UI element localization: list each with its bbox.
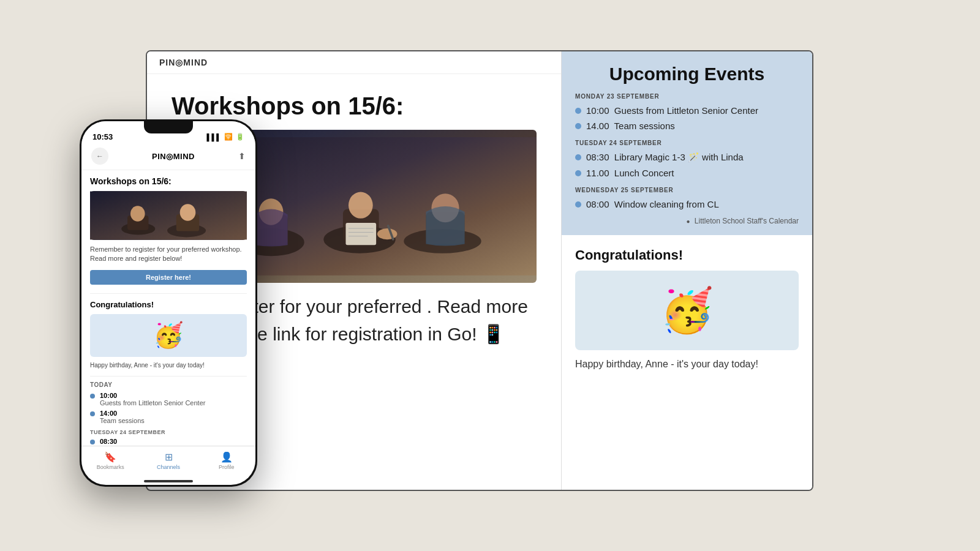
tab-bookmarks-label: Bookmarks xyxy=(97,464,124,470)
event-item: 08:30 Library Magic 1-3 🪄 with Linda xyxy=(575,149,799,165)
congrats-title: Congratulations! xyxy=(575,247,799,263)
event-item: 08:00 Window cleaning from CL xyxy=(575,197,799,212)
congrats-text: Happy birthday, Anne - it's your day tod… xyxy=(575,359,799,370)
today-label: TODAY xyxy=(90,381,247,388)
phone-screen: 10:53 ▌▌▌ 🛜 🔋 ← PIN◎MIND ⬆ Workshops on … xyxy=(81,121,255,485)
events-panel: Upcoming Events MONDAY 23 SEPTEMBER 10:0… xyxy=(562,51,812,235)
svg-point-22 xyxy=(180,204,196,221)
tab-profile[interactable]: 👤 Profile xyxy=(197,451,255,470)
phone-status-icons: ▌▌▌ 🛜 🔋 xyxy=(207,133,244,141)
event-item: 10:00 Guests from Littleton Senior Cente… xyxy=(575,103,799,118)
workshop-title: Workshops on 15/6: xyxy=(172,92,537,120)
event-dot xyxy=(575,123,581,129)
event-text: 14.00 Team sessions xyxy=(586,121,675,131)
day-header-wednesday: WEDNESDAY 25 SEPTEMBER xyxy=(575,187,799,193)
phone-congrats-section: Congratulations! 🥳 Happy birthday, Anne … xyxy=(90,293,247,369)
phone-nav: ← PIN◎MIND ⬆ xyxy=(81,145,255,170)
events-title: Upcoming Events xyxy=(575,64,799,84)
congrats-panel: Congratulations! 🥳 Happy birthday, Anne … xyxy=(562,235,812,490)
svg-point-19 xyxy=(130,206,145,222)
home-indicator xyxy=(144,480,193,482)
event-dot xyxy=(575,201,581,208)
screen-right: Upcoming Events MONDAY 23 SEPTEMBER 10:0… xyxy=(561,51,812,490)
tab-channels[interactable]: ⊞ Channels xyxy=(140,451,198,470)
phone-event-time: 10:00 xyxy=(100,392,205,399)
phone-congrats-text: Happy birthday, Anne - it's your day tod… xyxy=(90,362,247,369)
share-button[interactable]: ⬆ xyxy=(238,151,246,161)
event-dot xyxy=(575,154,581,160)
phone-event-item: 14:00 Team sessions xyxy=(90,410,247,424)
phone-event-name: Guests from Littleton Senior Center xyxy=(100,399,205,407)
svg-point-7 xyxy=(377,228,398,239)
back-button[interactable]: ← xyxy=(91,148,108,165)
event-dot xyxy=(575,108,581,114)
phone-post-body: Remember to register for your preferred … xyxy=(90,245,247,264)
event-item: 11.00 Lunch Concert xyxy=(575,165,799,181)
phone-event-time: 08:30 xyxy=(100,438,117,445)
phone-event-item: 08:30 xyxy=(90,438,247,445)
event-dot xyxy=(90,411,95,416)
event-text: 11.00 Lunch Concert xyxy=(586,168,674,178)
phone-post-title: Workshops on 15/6: xyxy=(90,176,247,186)
bookmarks-icon: 🔖 xyxy=(104,451,116,463)
event-text: 08:00 Window cleaning from CL xyxy=(586,199,719,209)
svg-point-6 xyxy=(349,192,373,219)
tab-profile-label: Profile xyxy=(219,464,235,470)
phone-post-image xyxy=(90,191,247,240)
phone-content[interactable]: Workshops on 15/6: xyxy=(81,170,255,446)
phone-tab-bar: 🔖 Bookmarks ⊞ Channels 👤 Profile xyxy=(81,446,255,480)
congrats-image: 🥳 xyxy=(575,271,799,350)
register-button[interactable]: Register here! xyxy=(90,270,247,285)
phone-birthday-emoji: 🥳 xyxy=(153,321,184,350)
phone-date-header: TUESDAY 24 SEPTEMBER xyxy=(90,429,247,435)
event-text: 08:30 Library Magic 1-3 🪄 with Linda xyxy=(586,152,744,163)
phone-congrats-image: 🥳 xyxy=(90,314,247,357)
calendar-source: ● Littleton School Staff's Calendar xyxy=(575,217,799,225)
event-text: 10:00 Guests from Littleton Senior Cente… xyxy=(586,105,758,116)
phone-notch xyxy=(144,121,193,133)
channels-icon: ⊞ xyxy=(165,451,173,463)
battery-icon: 🔋 xyxy=(236,133,244,141)
profile-icon: 👤 xyxy=(221,451,233,463)
phone-event-time: 14:00 xyxy=(100,410,145,417)
desktop-logo: PIN◎MIND xyxy=(159,58,549,67)
phone-time: 10:53 xyxy=(92,132,113,141)
event-dot xyxy=(575,170,581,176)
event-dot xyxy=(90,440,95,444)
wifi-icon: 🛜 xyxy=(224,133,233,141)
phone: 10:53 ▌▌▌ 🛜 🔋 ← PIN◎MIND ⬆ Workshops on … xyxy=(80,119,257,487)
screen-header: PIN◎MIND xyxy=(147,51,561,74)
phone-congrats-title: Congratulations! xyxy=(90,300,247,309)
day-header-tuesday: TUESDAY 24 SEPTEMBER xyxy=(575,140,799,146)
phone-event-item: 10:00 Guests from Littleton Senior Cente… xyxy=(90,392,247,407)
day-header-monday: MONDAY 23 SEPTEMBER xyxy=(575,93,799,100)
tab-channels-label: Channels xyxy=(157,464,180,470)
signal-icon: ▌▌▌ xyxy=(207,133,221,141)
event-item: 14.00 Team sessions xyxy=(575,118,799,133)
birthday-emoji: 🥳 xyxy=(660,285,714,335)
phone-today-section: TODAY 10:00 Guests from Littleton Senior… xyxy=(90,376,247,445)
phone-event-name: Team sessions xyxy=(100,417,145,424)
tab-bookmarks[interactable]: 🔖 Bookmarks xyxy=(81,451,140,470)
svg-rect-12 xyxy=(345,223,376,245)
event-dot xyxy=(90,394,95,399)
phone-logo: PIN◎MIND xyxy=(152,152,195,161)
